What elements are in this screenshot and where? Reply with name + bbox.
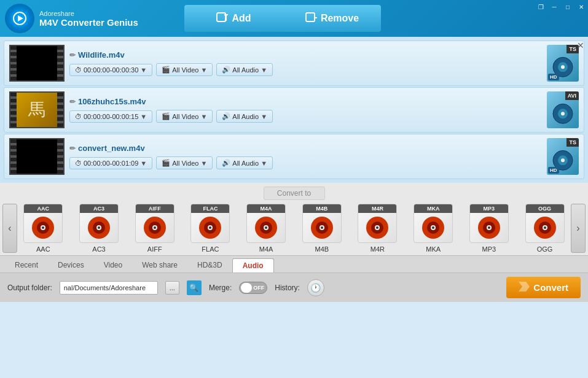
scroll-right-arrow[interactable]: ›: [571, 204, 586, 253]
browse-button[interactable]: ...: [165, 281, 179, 295]
merge-toggle[interactable]: OFF: [239, 282, 267, 294]
restore-icon-btn[interactable]: ❐: [534, 0, 547, 14]
file-controls-3: ⏱ 00:00:00-00:01:09 ▼ 🎬 All Video ▼ 🔊 Al…: [69, 156, 542, 169]
file-name-2: ✏ 106zhuhc15s.m4v: [69, 97, 542, 106]
tab-webshare[interactable]: Web share: [132, 258, 187, 272]
format-tag-ac3: AC3: [80, 204, 118, 213]
format-icon-m4r: M4R: [358, 204, 397, 243]
file-list-area: ✕ ✏ Wildlife.m4v ⏱ 00:00:00-00:00:30 ▼ 🎬…: [0, 37, 588, 183]
tab-audio[interactable]: Audio: [232, 258, 274, 272]
file-info-1: ✏ Wildlife.m4v ⏱ 00:00:00-00:00:30 ▼ 🎬 A…: [69, 50, 542, 76]
caret-icon-a2: ▼: [261, 113, 267, 120]
add-label: Add: [232, 13, 251, 24]
bottom-bar: Output folder: nal/Documents/Adoreshare …: [0, 272, 588, 302]
file-item: ✏ Wildlife.m4v ⏱ 00:00:00-00:00:30 ▼ 🎬 A…: [4, 40, 584, 86]
time-selector-1[interactable]: ⏱ 00:00:00-00:00:30 ▼: [69, 64, 152, 76]
file-info-2: ✏ 106zhuhc15s.m4v ⏱ 00:00:00-00:00:15 ▼ …: [69, 97, 542, 123]
svg-point-13: [561, 112, 565, 115]
search-button[interactable]: 🔍: [187, 280, 202, 295]
tab-devices[interactable]: Devices: [48, 258, 94, 272]
audio-selector-3[interactable]: 🔊 All Audio ▼: [216, 156, 273, 169]
time-selector-2[interactable]: ⏱ 00:00:00-00:00:15 ▼: [69, 110, 152, 123]
format-badge-2[interactable]: AVI: [547, 91, 579, 128]
brand-name: Adoreshare: [39, 10, 138, 17]
file-name-3: ✏ convert_new.m4v: [69, 144, 542, 153]
file-item-2: 馬 ✏ 106zhuhc15s.m4v ⏱ 00:00:00-00:00:15 …: [4, 87, 584, 133]
format-item-mp3[interactable]: MP3 MP3: [468, 204, 511, 253]
format-badge-3[interactable]: TS HD: [547, 138, 579, 175]
format-name-m4a: M4A: [259, 245, 273, 253]
format-list: AAC AAC AC3 AC3: [17, 204, 571, 253]
format-icon-aiff: AIFF: [135, 204, 174, 243]
format-badge-1[interactable]: TS HD: [547, 45, 579, 82]
svg-point-16: [561, 158, 565, 162]
format-icon-mp3: MP3: [469, 204, 509, 243]
video-selector-3[interactable]: 🎬 All Video ▼: [156, 156, 213, 169]
app-name: Adoreshare M4V Converter Genius: [39, 10, 138, 28]
caret-icon-t2: ▼: [140, 113, 147, 120]
format-item-mka[interactable]: MKA MKA: [412, 204, 455, 253]
format-item-aac[interactable]: AAC AAC: [22, 204, 65, 253]
format-item-ac3[interactable]: AC3 AC3: [77, 204, 120, 253]
video-selector-1[interactable]: 🎬 All Video ▼: [156, 63, 213, 76]
svg-point-40: [321, 226, 323, 229]
format-tag-2: AVI: [565, 91, 579, 100]
svg-point-20: [42, 226, 44, 229]
search-icon: 🔍: [189, 284, 198, 292]
clock-icon-1: ⏱: [75, 66, 82, 74]
tab-hd3d[interactable]: HD&3D: [187, 258, 232, 272]
svg-point-52: [488, 226, 490, 229]
scroll-left-arrow[interactable]: ‹: [2, 204, 17, 253]
format-name-ac3: AC3: [92, 245, 105, 253]
format-item-m4a[interactable]: M4A M4A: [245, 204, 288, 253]
svg-rect-6: [306, 13, 315, 21]
close-button[interactable]: ✕: [574, 0, 588, 14]
svg-point-36: [265, 226, 267, 229]
merge-label: Merge:: [209, 284, 232, 292]
svg-point-28: [154, 226, 156, 229]
format-name-ogg: OGG: [537, 245, 553, 253]
title-bar: Adoreshare M4V Converter Genius Add Remo…: [0, 0, 588, 37]
format-item-aiff[interactable]: AIFF AIFF: [133, 204, 176, 253]
format-item-ogg[interactable]: OGG OGG: [523, 204, 566, 253]
file-thumbnail-3: [9, 138, 65, 175]
minimize-button[interactable]: ─: [547, 0, 561, 14]
convert-button[interactable]: Convert: [506, 277, 581, 298]
format-icon-m4a: M4A: [246, 204, 286, 243]
svg-point-10: [561, 65, 565, 69]
format-item-flac[interactable]: FLAC FLAC: [189, 204, 232, 253]
caret-icon: ▼: [140, 66, 147, 74]
format-item-m4r[interactable]: M4R M4R: [356, 204, 399, 253]
disc-icon-2: [552, 102, 574, 126]
format-tag-m4a: M4A: [247, 204, 285, 213]
tab-recent[interactable]: Recent: [5, 258, 48, 272]
format-name-aac: AAC: [36, 245, 50, 253]
caret-icon-a3: ▼: [261, 160, 267, 167]
format-tag-mka: MKA: [414, 204, 452, 213]
edit-icon-3: ✏: [69, 144, 76, 153]
audio-selector-2[interactable]: 🔊 All Audio ▼: [216, 110, 273, 123]
remove-button[interactable]: Remove: [283, 5, 381, 32]
format-tag-m4r: M4R: [358, 204, 396, 213]
format-name-mp3: MP3: [482, 245, 496, 253]
video-selector-2[interactable]: 🎬 All Video ▼: [156, 110, 213, 123]
format-item-m4b[interactable]: M4B M4B: [300, 204, 343, 253]
close-list-button[interactable]: ✕: [577, 40, 584, 50]
maximize-button[interactable]: □: [561, 0, 574, 14]
history-button[interactable]: 🕐: [307, 279, 324, 296]
add-button[interactable]: Add: [184, 5, 283, 32]
remove-label: Remove: [321, 13, 359, 24]
bottom-tabs: Recent Devices Video Web share HD&3D Aud…: [0, 255, 588, 272]
format-tag-ogg: OGG: [526, 204, 564, 213]
hd-badge-1: HD: [548, 74, 559, 80]
format-tag-3: TS: [566, 138, 579, 147]
svg-marker-57: [519, 282, 530, 291]
audio-selector-1[interactable]: 🔊 All Audio ▼: [216, 63, 273, 76]
time-selector-3[interactable]: ⏱ 00:00:00-00:01:09 ▼: [69, 157, 152, 169]
toolbar-buttons: Add Remove: [184, 5, 381, 32]
tab-video[interactable]: Video: [94, 258, 132, 272]
toggle-state: OFF: [253, 285, 264, 291]
format-icon-ac3: AC3: [79, 204, 119, 243]
file-item-3: ✏ convert_new.m4v ⏱ 00:00:00-00:01:09 ▼ …: [4, 134, 584, 179]
format-scroll-area: ‹ AAC AAC AC3 AC3: [0, 204, 588, 253]
